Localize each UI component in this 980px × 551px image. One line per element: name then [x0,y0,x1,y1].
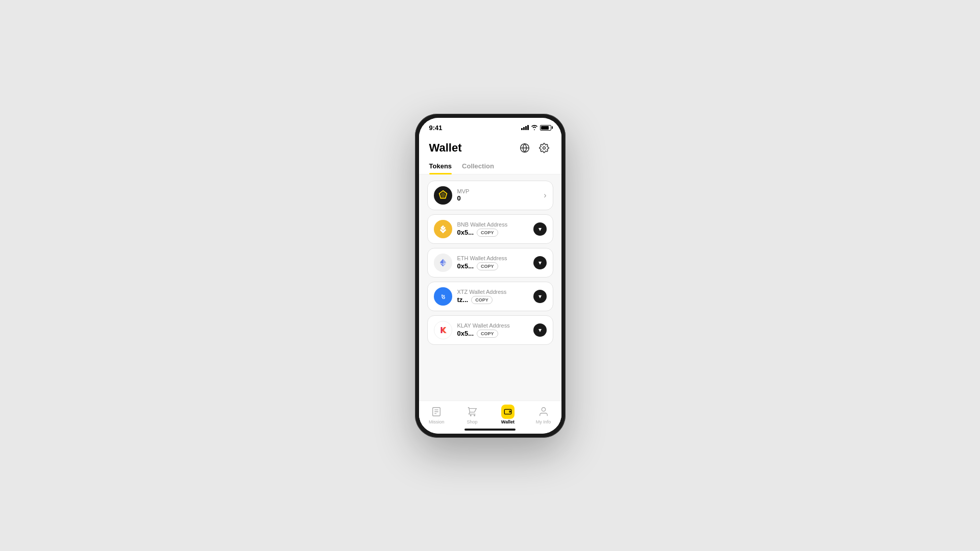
bnb-info: BNB Wallet Address 0x5... COPY [457,221,533,237]
shop-icon [465,405,479,418]
home-indicator [464,429,516,431]
nav-wallet[interactable]: Wallet [490,405,526,424]
bnb-address-row: 0x5... COPY [457,229,533,237]
xtz-copy-button[interactable]: COPY [471,296,493,304]
mvp-card[interactable]: MVP 0 › [427,181,553,210]
mission-label: Mission [429,419,445,424]
mvp-info: MVP 0 [457,188,544,202]
shop-label: Shop [467,419,478,424]
myinfo-label: My Info [536,419,551,424]
svg-text:ꜩ: ꜩ [441,293,445,299]
eth-info: ETH Wallet Address 0x5... COPY [457,255,533,270]
xtz-info: XTZ Wallet Address tz... COPY [457,289,533,304]
xtz-value: tz... [457,296,469,304]
signal-icon [521,125,529,130]
myinfo-icon [537,405,550,418]
status-time: 9:41 [429,124,443,132]
tab-bar: Tokens Collection [419,159,561,174]
svg-marker-3 [440,192,445,197]
globe-button[interactable] [518,141,532,155]
eth-dropdown-button[interactable]: ▾ [533,256,547,269]
eth-label: ETH Wallet Address [457,255,533,261]
token-list: MVP 0 › [419,174,561,400]
tab-collection[interactable]: Collection [462,159,494,174]
eth-address-row: 0x5... COPY [457,262,533,270]
klay-dropdown-button[interactable]: ▾ [533,323,547,337]
eth-card[interactable]: ETH Wallet Address 0x5... COPY ▾ [427,248,553,278]
mvp-label: MVP [457,188,544,194]
phone-frame: 9:41 [415,114,566,438]
klay-copy-button[interactable]: COPY [477,330,498,338]
nav-mission[interactable]: Mission [419,405,455,424]
xtz-card[interactable]: ꜩ XTZ Wallet Address tz... COPY ▾ [427,282,553,311]
bnb-card[interactable]: BNB Wallet Address 0x5... COPY ▾ [427,214,553,244]
mvp-value: 0 [457,194,544,202]
page-title: Wallet [429,141,462,155]
app-header: Wallet [419,135,561,159]
mvp-chevron-right-icon: › [544,191,546,200]
xtz-dropdown-button[interactable]: ▾ [533,290,547,303]
klay-address-row: 0x5... COPY [457,330,533,338]
status-icons [521,124,551,131]
bnb-label: BNB Wallet Address [457,221,533,228]
xtz-logo: ꜩ [434,287,452,306]
eth-logo [434,254,452,272]
status-bar: 9:41 [419,118,561,135]
tab-tokens[interactable]: Tokens [429,159,452,174]
klay-logo [434,321,452,339]
bnb-dropdown-button[interactable]: ▾ [533,222,547,236]
bottom-navigation: Mission Shop [419,400,561,427]
xtz-label: XTZ Wallet Address [457,289,533,295]
svg-point-17 [542,407,545,411]
klay-card[interactable]: KLAY Wallet Address 0x5... COPY ▾ [427,315,553,345]
klay-info: KLAY Wallet Address 0x5... COPY [457,322,533,338]
nav-myinfo[interactable]: My Info [526,405,561,424]
battery-icon [540,125,551,131]
phone-screen: 9:41 [419,118,561,434]
settings-button[interactable] [537,141,551,155]
klay-label: KLAY Wallet Address [457,322,533,329]
app-content: Wallet [419,135,561,434]
wifi-icon [531,124,538,131]
bnb-value: 0x5... [457,229,474,236]
svg-marker-5 [443,259,446,264]
nav-shop[interactable]: Shop [454,405,490,424]
bnb-copy-button[interactable]: COPY [477,229,498,237]
header-actions [518,141,551,155]
mvp-logo [434,186,452,205]
eth-copy-button[interactable]: COPY [477,262,498,270]
bnb-logo [434,220,452,238]
wallet-label: Wallet [501,419,514,424]
wallet-icon [501,405,514,418]
svg-marker-6 [439,259,443,264]
eth-value: 0x5... [457,262,474,270]
mission-icon [430,405,443,418]
xtz-address-row: tz... COPY [457,296,533,304]
svg-point-1 [543,146,545,149]
klay-value: 0x5... [457,330,474,337]
